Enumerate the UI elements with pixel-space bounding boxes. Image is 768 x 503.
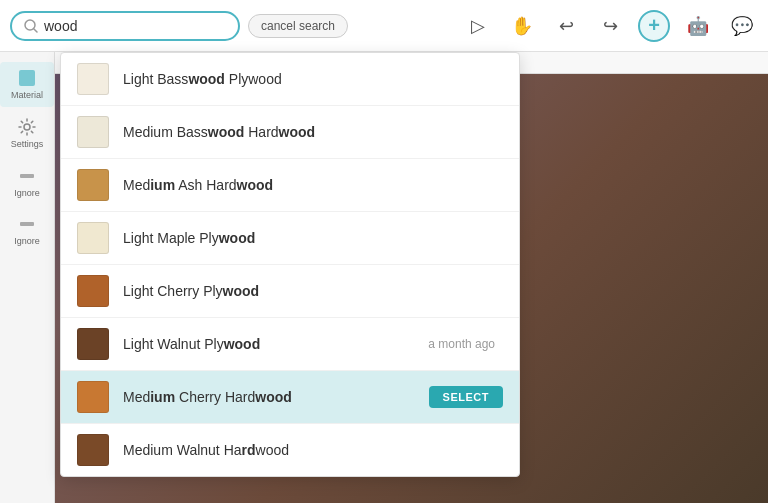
speech-icon-button[interactable]: 💬 xyxy=(726,10,758,42)
sidebar-item-settings[interactable]: Settings xyxy=(0,111,54,156)
sidebar-item-material[interactable]: Material xyxy=(0,62,54,107)
svg-point-3 xyxy=(24,124,30,130)
list-item[interactable]: Medium Cherry Hardwood SELECT xyxy=(61,371,519,424)
svg-line-1 xyxy=(34,29,37,32)
item-name-light-walnut: Light Walnut Plywood xyxy=(123,336,414,352)
list-item[interactable]: Light Maple Plywood xyxy=(61,212,519,265)
cancel-search-button[interactable]: cancel search xyxy=(248,14,348,38)
toolbar-icons: ▷ ✋ ↩ ↪ + 🤖 💬 xyxy=(462,10,758,42)
cursor-icon-button[interactable]: ▷ xyxy=(462,10,494,42)
sidebar-item-ignore2[interactable]: Ignore xyxy=(0,208,54,253)
sidebar-ignore2-label: Ignore xyxy=(14,236,40,247)
item-timestamp-light-walnut: a month ago xyxy=(428,337,495,351)
material-swatch xyxy=(77,116,109,148)
robot-icon-button[interactable]: 🤖 xyxy=(682,10,714,42)
list-item[interactable]: Light Basswood Plywood xyxy=(61,53,519,106)
svg-rect-2 xyxy=(19,70,35,86)
item-name-medium-cherry: Medium Cherry Hardwood xyxy=(123,389,415,405)
search-area: cancel search xyxy=(10,11,454,41)
redo-icon-button[interactable]: ↪ xyxy=(594,10,626,42)
list-item[interactable]: Medium Basswood Hardwood xyxy=(61,106,519,159)
list-item[interactable]: Medium Ash Hardwood xyxy=(61,159,519,212)
list-item[interactable]: Medium Walnut Hardwood xyxy=(61,424,519,476)
item-name-light-basswood: Light Basswood Plywood xyxy=(123,71,503,87)
select-button[interactable]: SELECT xyxy=(429,386,503,408)
material-swatch xyxy=(77,169,109,201)
svg-rect-5 xyxy=(20,222,34,226)
material-swatch xyxy=(77,275,109,307)
ignore1-icon xyxy=(17,166,37,186)
sidebar-item-ignore1[interactable]: Ignore xyxy=(0,160,54,205)
settings-icon xyxy=(17,117,37,137)
sidebar-ignore1-label: Ignore xyxy=(14,188,40,199)
sidebar-material-label: Material xyxy=(11,90,43,101)
item-name-light-cherry: Light Cherry Plywood xyxy=(123,283,503,299)
search-input-wrapper[interactable] xyxy=(10,11,240,41)
search-dropdown: Light Basswood Plywood Medium Basswood H… xyxy=(60,52,520,477)
search-icon xyxy=(24,19,38,33)
sidebar: Material Settings Ignore Ignore xyxy=(0,52,55,503)
material-swatch xyxy=(77,63,109,95)
material-swatch xyxy=(77,434,109,466)
material-swatch xyxy=(77,222,109,254)
item-name-light-maple: Light Maple Plywood xyxy=(123,230,503,246)
ignore2-icon xyxy=(17,214,37,234)
material-swatch xyxy=(77,328,109,360)
toolbar: cancel search ▷ ✋ ↩ ↪ + 🤖 💬 xyxy=(0,0,768,52)
material-icon xyxy=(17,68,37,88)
item-name-medium-basswood: Medium Basswood Hardwood xyxy=(123,124,503,140)
list-item[interactable]: Light Walnut Plywood a month ago xyxy=(61,318,519,371)
hand-icon-button[interactable]: ✋ xyxy=(506,10,538,42)
item-name-medium-ash: Medium Ash Hardwood xyxy=(123,177,503,193)
svg-rect-4 xyxy=(20,174,34,178)
list-item[interactable]: Light Cherry Plywood xyxy=(61,265,519,318)
material-swatch xyxy=(77,381,109,413)
add-button[interactable]: + xyxy=(638,10,670,42)
item-name-medium-walnut: Medium Walnut Hardwood xyxy=(123,442,503,458)
undo-icon-button[interactable]: ↩ xyxy=(550,10,582,42)
sidebar-settings-label: Settings xyxy=(11,139,44,150)
search-input[interactable] xyxy=(44,18,204,34)
